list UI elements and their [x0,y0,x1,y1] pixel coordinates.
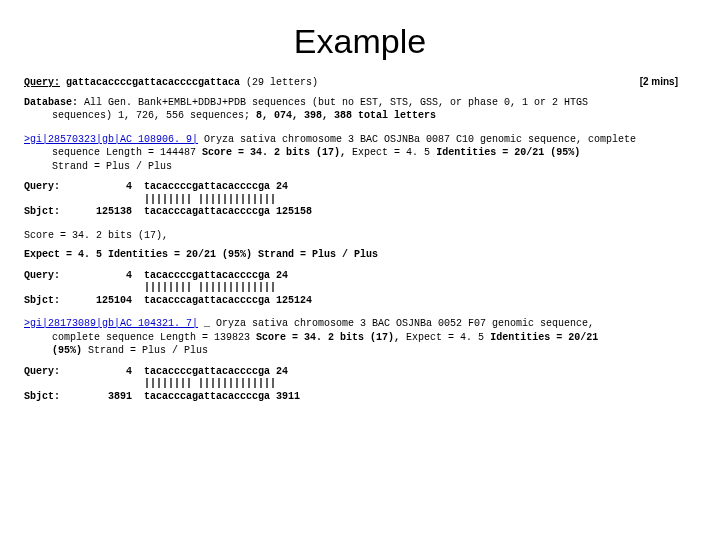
hit-2-desc-2: complete sequence Length = 139823 [52,332,250,343]
aln1-query: Query: 4 tacaccccgattacaccccga 24 [24,181,696,194]
hit-2-desc-1: _ Oryza sativa chromosome 3 BAC OSJNBa 0… [204,318,594,329]
mid-stats: Expect = 4. 5 Identities = 20/21 (95%) S… [24,248,696,262]
mid-score: Score = 34. 2 bits (17), [24,229,696,243]
hit-2-expect: Expect = 4. 5 [406,332,484,343]
database-desc-1: All Gen. Bank+EMBL+DDBJ+PDB sequences (b… [84,97,588,108]
alignment-1: Query: 4 tacaccccgattacaccccga 24 ||||||… [24,181,696,219]
hit-2-ident2: (95%) [52,345,82,356]
timing-note: [2 mins] [640,75,678,89]
hit-2-link[interactable]: >gi|28173089|gb|AC 104321. 7| [24,318,198,329]
query-label: Query: [24,76,60,90]
query-sequence: gattacaccccgattacaccccgattaca [66,76,240,90]
database-desc-2: sequences) 1, 726, 556 sequences; [52,110,250,121]
aln2-query: Query: 4 tacaccccgattacaccccga 24 [24,270,696,283]
hit-2-score: Score = 34. 2 bits (17), [256,332,400,343]
aln1-sbjct: Sbjct: 125138 tacacccagattacaccccga 1251… [24,206,696,219]
alignment-2: Query: 4 tacaccccgattacaccccga 24 ||||||… [24,270,696,308]
database-label: Database: [24,97,78,108]
aln3-sbjct: Sbjct: 3891 tacacccagattacaccccga 3911 [24,391,696,404]
hit-1: >gi|28570323|gb|AC 108906. 9| Oryza sati… [24,133,696,174]
query-length: (29 letters) [246,76,318,90]
database-block: Database: All Gen. Bank+EMBL+DDBJ+PDB se… [24,96,696,123]
hit-1-desc-2: sequence Length = 144487 [52,147,196,158]
alignment-3: Query: 4 tacaccccgattacaccccga 24 ||||||… [24,366,696,404]
page-title: Example [24,22,696,61]
hit-1-expect: Expect = 4. 5 [352,147,430,158]
hit-1-score: Score = 34. 2 bits (17), [202,147,346,158]
hit-1-ident: Identities = 20/21 (95%) [436,147,580,158]
hit-1-strand: Strand = Plus / Plus [52,160,696,174]
aln3-match: |||||||| ||||||||||||| [24,378,696,391]
database-total: 8, 074, 398, 388 total letters [256,110,436,121]
hit-2: >gi|28173089|gb|AC 104321. 7| _ Oryza sa… [24,317,696,358]
hit-1-desc-1: Oryza sativa chromosome 3 BAC OSJNBa 008… [204,134,636,145]
query-row: Query: gattacaccccgattacaccccgattaca (29… [24,75,696,90]
aln2-sbjct: Sbjct: 125104 tacacccagattacaccccga 1251… [24,295,696,308]
aln1-match: |||||||| ||||||||||||| [24,194,696,207]
hit-2-ident: Identities = 20/21 [490,332,598,343]
hit-1-link[interactable]: >gi|28570323|gb|AC 108906. 9| [24,134,198,145]
hit-2-strand: Strand = Plus / Plus [88,345,208,356]
aln2-match: |||||||| ||||||||||||| [24,282,696,295]
aln3-query: Query: 4 tacaccccgattacaccccga 24 [24,366,696,379]
